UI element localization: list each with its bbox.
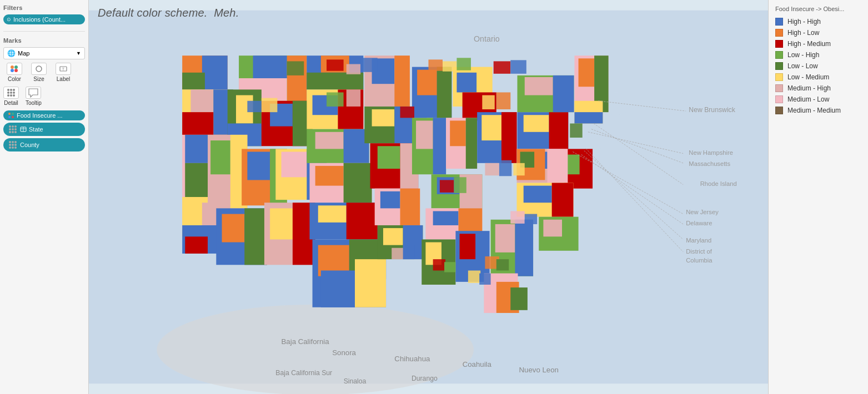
table-icon bbox=[20, 127, 27, 132]
tooltip-label: Tooltip bbox=[26, 100, 42, 106]
svg-rect-185 bbox=[499, 160, 511, 176]
svg-text:Baja California: Baja California bbox=[282, 337, 330, 346]
svg-rect-51 bbox=[185, 236, 208, 254]
tooltip-icon bbox=[26, 87, 41, 99]
us-map-svg[interactable]: Baja California Sonora Chihuahua Coahuil… bbox=[89, 0, 768, 394]
tooltip-control[interactable]: Tooltip bbox=[26, 87, 42, 106]
legend-item-7: Medium - Low bbox=[775, 95, 861, 103]
map-title-text: Default color scheme. Meh. bbox=[98, 7, 239, 19]
svg-rect-168 bbox=[360, 58, 378, 72]
svg-text:District of: District of bbox=[686, 248, 713, 255]
svg-rect-79 bbox=[307, 73, 363, 90]
marks-controls: Color Size T Label bbox=[3, 63, 85, 82]
legend-swatch-low-low bbox=[775, 62, 783, 70]
svg-rect-138 bbox=[495, 224, 515, 252]
svg-rect-43 bbox=[182, 112, 213, 135]
svg-rect-114 bbox=[437, 67, 451, 118]
map-container[interactable]: Baja California Sonora Chihuahua Coahuil… bbox=[89, 0, 768, 394]
svg-rect-196 bbox=[444, 262, 455, 272]
marks-type-dropdown[interactable]: 🌐 Map ▼ bbox=[3, 47, 85, 59]
detail-control[interactable]: Detail bbox=[3, 87, 19, 106]
sidebar: Filters ⊙ Inclusions (Count... Marks 🌐 M… bbox=[0, 0, 89, 394]
svg-rect-145 bbox=[549, 112, 569, 149]
svg-rect-99 bbox=[394, 55, 410, 107]
svg-rect-110 bbox=[383, 228, 403, 245]
svg-text:Baja California Sur: Baja California Sur bbox=[275, 369, 332, 377]
svg-text:Sinaloa: Sinaloa bbox=[344, 377, 367, 385]
svg-text:Maryland: Maryland bbox=[686, 237, 711, 244]
svg-rect-113 bbox=[417, 70, 437, 95]
svg-rect-194 bbox=[479, 274, 490, 285]
detail-dots-icon bbox=[8, 124, 18, 134]
svg-rect-123 bbox=[466, 118, 477, 169]
legend-item-5: Low - Medium bbox=[775, 73, 861, 81]
svg-rect-90 bbox=[318, 205, 347, 223]
svg-rect-147 bbox=[525, 77, 553, 95]
state-pill[interactable]: State bbox=[3, 123, 85, 136]
county-pill[interactable]: County bbox=[3, 138, 85, 151]
detail-label: Detail bbox=[4, 100, 18, 106]
legend-item-2: High - Medium bbox=[775, 40, 861, 48]
legend-swatch-high-high bbox=[775, 18, 783, 26]
map-title: Default color scheme. Meh. bbox=[98, 7, 239, 19]
food-insecure-pill[interactable]: Food Insecure ... bbox=[3, 110, 85, 120]
svg-rect-69 bbox=[282, 151, 307, 177]
label-label: Label bbox=[57, 76, 70, 82]
legend-title: Food Insecure -> Obesi... bbox=[775, 6, 861, 12]
label-icon: T bbox=[56, 63, 71, 75]
svg-text:New Brunswick: New Brunswick bbox=[689, 106, 735, 114]
legend-item-1: High - Low bbox=[775, 29, 861, 37]
legend-label-low-low: Low - Low bbox=[787, 62, 818, 70]
svg-rect-95 bbox=[321, 270, 355, 307]
inclusions-filter-button[interactable]: ⊙ Inclusions (Count... bbox=[3, 14, 85, 24]
legend-item-8: Medium - Medium bbox=[775, 107, 861, 114]
svg-rect-41 bbox=[190, 89, 213, 112]
dropdown-chevron-icon: ▼ bbox=[76, 50, 81, 56]
svg-rect-176 bbox=[262, 98, 278, 112]
svg-rect-190 bbox=[525, 214, 537, 224]
svg-rect-108 bbox=[400, 189, 420, 225]
svg-rect-163 bbox=[552, 183, 574, 217]
label-control[interactable]: T Label bbox=[52, 63, 74, 82]
legend-panel: Food Insecure -> Obesi... High - High Hi… bbox=[768, 0, 868, 394]
marks-dropdown-label: Map bbox=[18, 50, 29, 57]
legend-swatch-high-medium bbox=[775, 40, 783, 48]
filters-title: Filters bbox=[3, 4, 85, 11]
state-label: State bbox=[29, 126, 43, 133]
legend-item-3: Low - High bbox=[775, 51, 861, 59]
legend-label-high-low: High - Low bbox=[787, 29, 819, 37]
svg-rect-197 bbox=[392, 248, 404, 259]
legend-item-6: Medium - High bbox=[775, 84, 861, 92]
legend-label-medium-low: Medium - Low bbox=[787, 95, 829, 103]
svg-rect-150 bbox=[579, 58, 595, 87]
svg-rect-192 bbox=[496, 259, 509, 270]
svg-rect-180 bbox=[414, 104, 427, 118]
svg-rect-91 bbox=[347, 203, 378, 239]
svg-point-0 bbox=[11, 65, 14, 69]
svg-rect-184 bbox=[485, 163, 499, 175]
svg-text:Rhode Island: Rhode Island bbox=[700, 180, 737, 187]
svg-text:T: T bbox=[62, 67, 65, 71]
svg-point-9 bbox=[8, 116, 11, 118]
svg-rect-125 bbox=[481, 115, 501, 140]
legend-item-4: Low - Low bbox=[775, 62, 861, 70]
color-control[interactable]: Color bbox=[3, 63, 26, 82]
svg-rect-120 bbox=[433, 118, 446, 174]
title-part2: Meh. bbox=[214, 7, 239, 19]
svg-rect-107 bbox=[380, 191, 400, 209]
svg-point-1 bbox=[14, 65, 18, 69]
svg-rect-170 bbox=[429, 59, 443, 70]
svg-rect-136 bbox=[460, 234, 476, 259]
svg-rect-122 bbox=[450, 120, 466, 146]
svg-rect-175 bbox=[247, 101, 261, 112]
size-control[interactable]: Size bbox=[28, 63, 50, 82]
legend-label-high-high: High - High bbox=[787, 18, 821, 26]
svg-point-8 bbox=[12, 113, 14, 115]
legend-swatch-low-medium bbox=[775, 73, 783, 81]
svg-rect-166 bbox=[327, 59, 344, 70]
svg-rect-96 bbox=[355, 259, 386, 307]
sidebar-divider-1 bbox=[3, 31, 85, 32]
svg-rect-84 bbox=[315, 132, 344, 149]
legend-swatch-medium-high bbox=[775, 84, 783, 92]
svg-rect-171 bbox=[443, 61, 456, 71]
